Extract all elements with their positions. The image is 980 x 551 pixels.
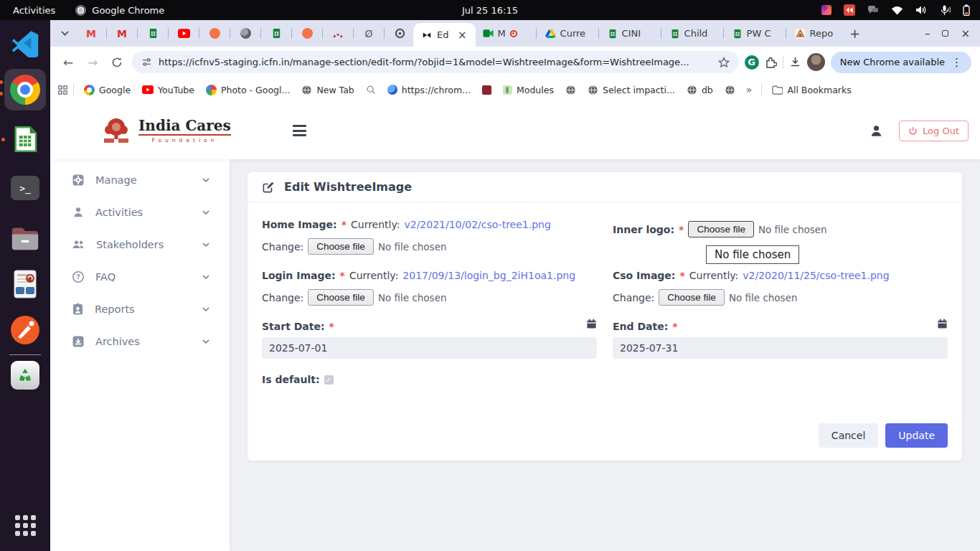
bookmark-db[interactable]: db [682,80,718,99]
bookmark-site[interactable] [560,80,581,99]
address-bar[interactable]: https://icfnv5-staging.icfn.in/manage-se… [132,51,739,73]
pinned-tab-sheets[interactable] [264,24,288,43]
window-close-button[interactable]: × [961,27,970,40]
dock-show-apps[interactable] [6,508,44,542]
volume-icon[interactable] [915,5,928,15]
sidebar-item-activities[interactable]: Activities [50,196,230,228]
bookmark-site[interactable] [720,80,740,99]
tab-sheets[interactable]: CINI [602,28,658,39]
cso-image-choose-file-button[interactable]: Choose file [659,289,725,306]
sidebar-item-faq[interactable]: ? FAQ [50,260,230,293]
extensions-icon[interactable] [765,56,777,68]
tab-search-button[interactable] [56,25,73,42]
logout-button[interactable]: Log Out [899,121,969,141]
tab-drive[interactable]: Curre [540,28,595,39]
tab-sheets[interactable]: PW C [727,28,783,39]
downloads-icon[interactable] [789,56,801,68]
window-restore-button[interactable] [942,30,948,37]
pinned-tab-chatgpt[interactable] [387,24,412,43]
tab-meet[interactable]: M [477,28,533,39]
home-image-choose-file-button[interactable]: Choose file [308,238,374,255]
pinned-tab-gmail[interactable]: M [110,24,134,43]
pinned-tab-gmail[interactable]: M [79,24,103,43]
battery-icon[interactable] [963,4,970,16]
end-date-input[interactable] [613,337,948,359]
update-chrome-chip[interactable]: New Chrome available ⋮ [831,52,971,73]
pinned-tab-youtube[interactable] [171,24,196,43]
dock-files[interactable] [6,221,44,255]
home-image-current-file-link[interactable]: v2/2021/10/02/cso-tree1.png [404,219,550,230]
sidebar-toggle-button[interactable] [293,125,306,136]
login-image-choose-file-button[interactable]: Choose file [308,289,374,306]
window-minimize-button[interactable]: – [925,27,930,40]
apps-grid-icon[interactable] [57,85,68,95]
bookmark-modules[interactable]: Modules [498,80,559,99]
dock-vscode[interactable] [6,26,44,60]
tab-repo[interactable]: Repo [789,28,845,39]
pinned-tab-site[interactable] [326,24,350,43]
is-default-checkbox[interactable]: ✓ [324,375,334,385]
bookmark-select-impact[interactable]: Select impacti... [583,80,680,99]
calendar-icon[interactable] [937,319,948,329]
dock-libreoffice-calc[interactable] [6,122,44,156]
activities-button[interactable]: Activities [13,5,55,16]
grammarly-icon[interactable]: G [745,55,759,70]
dock-document-viewer[interactable] [6,267,44,301]
clock[interactable]: Jul 25 16:15 [462,0,518,20]
focused-app-name: Google Chrome [92,5,164,16]
screenshare-icon[interactable] [844,4,855,16]
bookmarks-overflow-button[interactable]: » [742,84,757,95]
active-tab-favicon [422,30,432,40]
dock-postman[interactable] [6,313,44,347]
start-date-input[interactable] [262,337,597,359]
gmail-icon: M [117,28,127,39]
cso-image-current-file-link[interactable]: v2/2020/11/25/cso-tree1.png [743,270,889,281]
dock-trash[interactable] [6,358,44,392]
calendar-icon[interactable] [586,319,597,329]
bookmark-google-photos[interactable]: Photo - Googl... [201,80,295,99]
all-bookmarks-button[interactable]: All Bookmarks [767,80,856,99]
chat-icon[interactable] [867,5,879,15]
pinned-tab-site[interactable] [202,24,227,43]
bookmark-youtube[interactable]: YouTube [137,80,199,99]
card-body: Home Image:* Currently: v2/2021/10/02/cs… [248,202,962,387]
site-settings-icon[interactable] [141,57,152,67]
cancel-button[interactable]: Cancel [819,423,878,448]
profile-avatar[interactable] [807,53,825,71]
sidebar-item-archives[interactable]: Archives [50,325,230,357]
new-tab-button[interactable]: + [845,26,865,41]
sidebar-item-stakeholders[interactable]: Stakeholders [50,228,230,260]
forward-button[interactable]: → [83,53,102,72]
bookmark-chrome-link[interactable]: https://chrom... [382,80,476,99]
url-text[interactable]: https://icfnv5-staging.icfn.in/manage-se… [159,57,712,67]
active-tab[interactable]: Ed × [413,23,476,47]
dock-terminal[interactable]: >_ [6,171,44,205]
microphone-icon[interactable] [940,5,951,16]
reload-button[interactable] [108,53,126,72]
site-logo[interactable]: India Cares Foundation [100,116,231,145]
pinned-tab-site[interactable]: Ø [357,24,381,43]
close-tab-icon[interactable]: × [458,29,467,42]
sidebar-item-manage[interactable]: Manage [50,164,230,196]
user-icon[interactable] [870,124,883,138]
sidebar-item-reports[interactable]: Reports [50,293,230,325]
tray-app-icon[interactable] [821,5,831,15]
wifi-icon[interactable] [891,6,903,15]
back-button[interactable]: ← [59,53,77,72]
inner-logo-choose-file-button[interactable]: Choose file [688,221,754,237]
bookmark-site[interactable] [477,80,496,99]
update-button[interactable]: Update [885,423,948,448]
focused-app-menu[interactable]: Google Chrome [75,5,164,16]
kebab-menu-icon[interactable]: ⋮ [951,56,962,69]
google-g-icon [84,85,95,95]
bookmark-star-icon[interactable] [718,57,730,68]
bookmark-new-tab[interactable]: New Tab [296,80,359,99]
tab-sheets[interactable]: Child [664,28,720,39]
dock-chrome[interactable] [4,69,46,110]
bookmark-search[interactable] [361,80,381,99]
pinned-tab-sheets[interactable] [141,24,165,43]
pinned-tab-site[interactable] [233,24,258,43]
pinned-tab-site[interactable] [295,24,319,43]
login-image-current-file-link[interactable]: 2017/09/13/login_bg_2iH1oa1.png [402,270,575,281]
bookmark-google[interactable]: Google [79,80,136,99]
